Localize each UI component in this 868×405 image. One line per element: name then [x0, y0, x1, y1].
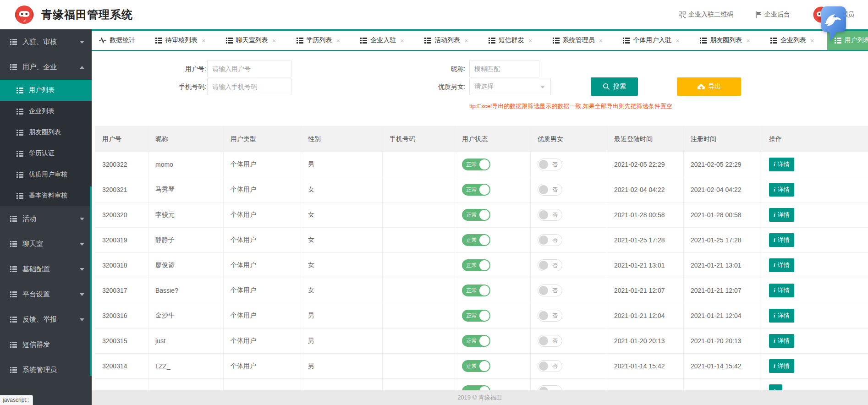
status-toggle-on[interactable]: 正常: [462, 285, 490, 296]
detail-button[interactable]: i: [769, 384, 782, 390]
status-toggle-on[interactable]: [462, 385, 490, 390]
field-label-nickname: 昵称:: [411, 60, 466, 77]
table-row: 3200316金沙牛个体用户男正常否2021-01-21 12:042021-0…: [95, 303, 868, 328]
premium-toggle-off[interactable]: 否: [538, 285, 562, 296]
sidebar-item-聊天室[interactable]: 聊天室: [0, 231, 92, 257]
detail-button[interactable]: i详情: [769, 258, 794, 272]
sidebar-item-label: 入驻、审核: [22, 38, 57, 46]
sidebar-item-学历认证[interactable]: 学历认证: [0, 143, 92, 164]
tab-label: 企业列表: [780, 36, 806, 44]
qrcode-link[interactable]: 企业入驻二维码: [679, 11, 733, 19]
sidebar-item-基本资料审核[interactable]: 基本资料审核: [0, 185, 92, 206]
premium-toggle-off[interactable]: 否: [538, 259, 562, 271]
tab-短信群发[interactable]: 短信群发×: [481, 31, 540, 50]
premium-toggle-label: 否: [552, 236, 558, 244]
tab-数据统计[interactable]: 数据统计: [92, 31, 143, 50]
premium-toggle-off[interactable]: 否: [538, 234, 562, 246]
detail-button[interactable]: i详情: [769, 309, 794, 323]
tab-活动列表[interactable]: 活动列表×: [417, 31, 476, 50]
premium-toggle-off[interactable]: 否: [538, 360, 562, 372]
status-toggle-on[interactable]: 正常: [462, 360, 490, 372]
sidebar-item-企业列表[interactable]: 企业列表: [0, 101, 92, 122]
status-toggle-on[interactable]: 正常: [462, 209, 490, 221]
tab-label: 聊天室列表: [236, 36, 268, 44]
premium-toggle-off[interactable]: 否: [538, 209, 562, 221]
premium-toggle-off[interactable]: 否: [538, 184, 562, 196]
sidebar-item-优质用户审核[interactable]: 优质用户审核: [0, 164, 92, 185]
sidebar-item-入驻、审核[interactable]: 入驻、审核: [0, 29, 92, 55]
status-toggle-on[interactable]: 正常: [462, 335, 490, 347]
detail-button[interactable]: i详情: [769, 158, 794, 171]
close-icon[interactable]: ×: [400, 37, 404, 44]
detail-button[interactable]: i详情: [769, 233, 794, 247]
toggle-knob: [539, 336, 548, 345]
premium-toggle-off[interactable]: 否: [538, 159, 562, 170]
sidebar-item-活动[interactable]: 活动: [0, 206, 92, 231]
info-icon: i: [774, 287, 775, 294]
close-icon[interactable]: ×: [810, 37, 814, 44]
status-toggle-on[interactable]: 正常: [462, 184, 490, 196]
list-icon: [16, 109, 23, 115]
cell-partial: i: [762, 379, 868, 391]
close-icon[interactable]: ×: [599, 37, 603, 44]
cell-user_type: 个体用户: [224, 228, 301, 253]
tab-朋友圈列表[interactable]: 朋友圈列表×: [692, 31, 758, 50]
close-icon[interactable]: ×: [202, 37, 206, 44]
cell-action: i详情: [762, 253, 868, 278]
cell-action: i详情: [762, 354, 868, 379]
detail-button[interactable]: i详情: [769, 183, 794, 197]
detail-button[interactable]: i详情: [769, 284, 794, 297]
detail-button-label: 详情: [778, 160, 790, 169]
column-header-最近登陆时间: 最近登陆时间: [607, 126, 684, 152]
status-toggle-on[interactable]: 正常: [462, 259, 490, 271]
sidebar-item-平台设置[interactable]: 平台设置: [0, 282, 92, 307]
detail-button[interactable]: i详情: [769, 359, 794, 373]
premium-toggle-off[interactable]: 否: [538, 310, 562, 322]
cell-register-time: 2021-01-28 00:58: [684, 202, 762, 228]
status-toggle-on[interactable]: 正常: [462, 234, 490, 246]
close-icon[interactable]: ×: [336, 37, 341, 44]
list-icon: [10, 291, 17, 297]
nickname-input[interactable]: [469, 60, 539, 77]
sidebar-item-用户、企业[interactable]: 用户、企业: [0, 55, 92, 80]
cell-user_type: 个体用户: [224, 278, 301, 303]
sidebar-item-用户列表[interactable]: 用户列表: [0, 80, 92, 101]
detail-button-label: 详情: [778, 362, 790, 370]
tab-聊天室列表[interactable]: 聊天室列表×: [219, 31, 284, 50]
close-icon[interactable]: ×: [528, 37, 533, 44]
close-icon[interactable]: ×: [746, 37, 750, 44]
status-toggle-on[interactable]: 正常: [462, 159, 490, 170]
premium-toggle-off[interactable]: [538, 385, 562, 390]
export-button[interactable]: 导出: [677, 77, 741, 96]
sidebar-item-反馈、举报[interactable]: 反馈、举报: [0, 307, 92, 332]
close-icon[interactable]: ×: [676, 37, 680, 44]
premium-toggle-off[interactable]: 否: [538, 335, 562, 347]
tab-企业列表[interactable]: 企业列表×: [763, 31, 822, 50]
detail-button[interactable]: i详情: [769, 208, 794, 222]
cell-register-time: 2021-01-21 12:04: [684, 303, 762, 328]
tab-学历列表[interactable]: 学历列表×: [289, 31, 348, 50]
table-row: 3200315just个体用户男正常否2021-01-20 20:132021-…: [95, 328, 868, 354]
tab-系统管理员[interactable]: 系统管理员×: [545, 31, 610, 50]
premium-toggle-label: 否: [552, 362, 558, 370]
premium-gender-select[interactable]: 请选择: [469, 78, 551, 95]
tab-待审核列表[interactable]: 待审核列表×: [148, 31, 213, 50]
close-icon[interactable]: ×: [464, 37, 468, 44]
tab-个体用户入驻[interactable]: 个体用户入驻×: [615, 31, 687, 50]
sidebar-item-基础配置[interactable]: 基础配置: [0, 257, 92, 282]
userid-input[interactable]: [207, 60, 291, 77]
status-toggle-on[interactable]: 正常: [462, 310, 490, 322]
detail-button-label: 详情: [778, 312, 790, 320]
enterprise-backend-link[interactable]: 企业后台: [755, 11, 790, 19]
cell-nickname: just: [148, 328, 224, 354]
tab-企业入驻[interactable]: 企业入驻×: [353, 31, 412, 50]
sidebar-item-朋友圈列表[interactable]: 朋友圈列表: [0, 122, 92, 143]
sidebar-scrollbar-thumb[interactable]: [90, 186, 92, 376]
search-button[interactable]: 搜索: [591, 77, 638, 96]
close-icon[interactable]: ×: [272, 37, 276, 44]
list-icon: [10, 342, 17, 348]
detail-button[interactable]: i详情: [769, 334, 794, 348]
sidebar-item-短信群发[interactable]: 短信群发: [0, 332, 92, 357]
sidebar-item-系统管理员[interactable]: 系统管理员: [0, 357, 92, 383]
phone-input[interactable]: [207, 78, 291, 95]
